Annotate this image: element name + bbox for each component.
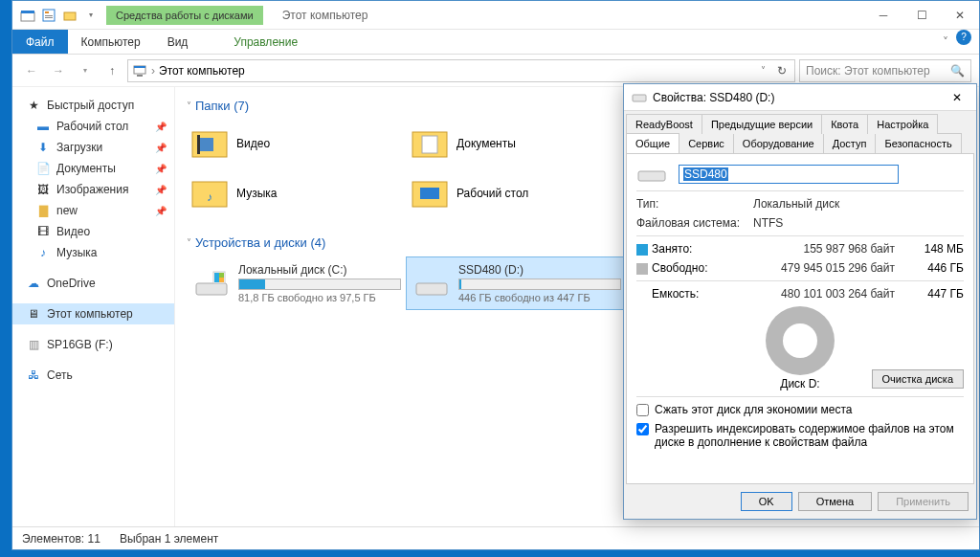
- volume-name-input[interactable]: SSD480: [679, 165, 899, 184]
- tab-manage[interactable]: Управление: [220, 30, 311, 54]
- properties-tabs: ReadyBoost Предыдущие версии Квота Настр…: [624, 111, 976, 153]
- tab-computer[interactable]: Компьютер: [68, 30, 154, 54]
- close-button[interactable]: ✕: [941, 1, 979, 30]
- pin-icon: 📌: [155, 185, 167, 195]
- folder-label: Рабочий стол: [457, 187, 528, 200]
- svg-rect-3: [45, 11, 49, 13]
- drive-name: SSD480 (D:): [458, 263, 621, 277]
- nav-network[interactable]: 🖧Сеть: [12, 365, 174, 386]
- search-placeholder: Поиск: Этот компьютер: [806, 64, 930, 78]
- close-button[interactable]: ✕: [946, 91, 969, 104]
- address-input[interactable]: › Этот компьютер ˅ ↻: [127, 59, 795, 82]
- capacity-donut-chart: [766, 306, 835, 375]
- nav-onedrive[interactable]: ☁OneDrive: [12, 273, 174, 294]
- svg-text:♪: ♪: [207, 190, 212, 204]
- desktop-icon: ▬: [35, 119, 51, 134]
- documents-icon: 📄: [35, 161, 51, 176]
- free-human: 446 ГБ: [906, 261, 964, 275]
- folder-videos[interactable]: Видео: [187, 121, 407, 167]
- minimize-button[interactable]: ─: [864, 1, 902, 30]
- tab-security[interactable]: Безопасность: [875, 133, 961, 153]
- app-icon: [20, 8, 35, 23]
- nav-music[interactable]: ♪Музыка: [12, 242, 174, 263]
- drive-c[interactable]: Локальный диск (C:) 81,8 ГБ свободно из …: [187, 257, 407, 309]
- nav-documents[interactable]: 📄Документы📌: [12, 158, 174, 179]
- search-input[interactable]: Поиск: Этот компьютер 🔍: [799, 59, 971, 82]
- addressbar: ← → ▾ ↑ › Этот компьютер ˅ ↻ Поиск: Этот…: [12, 55, 979, 87]
- nav-forward-button[interactable]: →: [47, 59, 70, 82]
- nav-downloads[interactable]: ⬇Загрузки📌: [12, 137, 174, 158]
- nav-videos[interactable]: 🎞Видео: [12, 221, 174, 242]
- tab-access[interactable]: Доступ: [823, 133, 877, 153]
- tab-settings[interactable]: Настройка: [867, 114, 938, 134]
- svg-rect-22: [196, 283, 227, 295]
- ribbon-expand-button[interactable]: ˅: [935, 30, 956, 54]
- drive-icon: [632, 92, 647, 103]
- index-checkbox[interactable]: Разрешить индексировать содержимое файло…: [636, 422, 964, 449]
- used-swatch: [636, 244, 648, 256]
- videos-icon: 🎞: [35, 224, 51, 239]
- tab-general[interactable]: Общие: [626, 133, 679, 153]
- properties-general-panel: SSD480 Тип:Локальный диск Файловая систе…: [626, 153, 974, 484]
- tab-previous-versions[interactable]: Предыдущие версии: [702, 114, 822, 134]
- nav-recent-dropdown[interactable]: ▾: [74, 59, 97, 82]
- status-selection: Выбран 1 элемент: [120, 532, 218, 546]
- pin-icon: 📌: [155, 122, 167, 132]
- tab-file[interactable]: Файл: [12, 30, 68, 54]
- svg-rect-21: [420, 188, 439, 199]
- tab-readyboost[interactable]: ReadyBoost: [626, 114, 702, 134]
- folder-music[interactable]: ♪ Музыка: [187, 170, 407, 216]
- svg-rect-5: [45, 17, 53, 18]
- pictures-icon: 🖼: [35, 182, 51, 197]
- downloads-icon: ⬇: [35, 140, 51, 155]
- ribbon-tabs: Файл Компьютер Вид Управление ˅ ?: [12, 30, 979, 55]
- nav-new-folder[interactable]: ▇new📌: [12, 200, 174, 221]
- help-icon[interactable]: ?: [956, 30, 971, 45]
- filesystem-value: NTFS: [753, 216, 783, 230]
- properties-icon[interactable]: [41, 8, 56, 23]
- drive-free-text: 81,8 ГБ свободно из 97,5 ГБ: [238, 292, 401, 303]
- tab-view[interactable]: Вид: [154, 30, 202, 54]
- disk-cleanup-button[interactable]: Очистка диска: [872, 369, 964, 389]
- maximize-button[interactable]: ☐: [902, 1, 941, 30]
- tab-quota[interactable]: Квота: [821, 114, 868, 134]
- svg-rect-0: [21, 12, 34, 21]
- folder-label: Музыка: [236, 187, 277, 200]
- folder-documents[interactable]: Документы: [407, 121, 627, 167]
- properties-title: Свойства: SSD480 (D:): [653, 91, 940, 104]
- pin-icon: 📌: [155, 206, 167, 216]
- svg-rect-27: [219, 278, 224, 282]
- svg-rect-30: [633, 95, 646, 101]
- nav-desktop[interactable]: ▬Рабочий стол📌: [12, 116, 174, 137]
- nav-up-button[interactable]: ↑: [100, 59, 123, 82]
- used-human: 148 МБ: [906, 242, 964, 256]
- svg-rect-28: [416, 283, 447, 295]
- tab-service[interactable]: Сервис: [679, 133, 734, 153]
- drive-capacity-bar: [238, 278, 401, 290]
- nav-pictures[interactable]: 🖼Изображения📌: [12, 179, 174, 200]
- refresh-icon[interactable]: ↻: [773, 64, 791, 78]
- drive-d[interactable]: SSD480 (D:) 446 ГБ свободно из 447 ГБ: [407, 257, 627, 309]
- nav-quick-access[interactable]: ★Быстрый доступ: [12, 95, 174, 116]
- cancel-button[interactable]: Отмена: [798, 492, 872, 511]
- qat-dropdown-icon[interactable]: ▾: [83, 8, 99, 23]
- folder-label: Видео: [236, 137, 270, 150]
- free-label: Свободно:: [652, 261, 708, 275]
- nav-sp16gb[interactable]: ▥SP16GB (F:): [12, 334, 174, 355]
- properties-titlebar[interactable]: Свойства: SSD480 (D:) ✕: [624, 84, 976, 111]
- svg-rect-26: [214, 278, 219, 282]
- star-icon: ★: [26, 98, 41, 113]
- folder-desktop[interactable]: Рабочий стол: [407, 170, 627, 216]
- nav-back-button[interactable]: ←: [20, 59, 43, 82]
- pin-icon: 📌: [155, 164, 167, 174]
- new-folder-icon[interactable]: [62, 8, 78, 23]
- nav-thispc[interactable]: 🖥Этот компьютер: [12, 303, 174, 324]
- address-dropdown-icon[interactable]: ˅: [757, 65, 769, 76]
- apply-button[interactable]: Применить: [878, 492, 969, 511]
- address-path: Этот компьютер: [159, 64, 245, 78]
- properties-buttons: OK Отмена Применить: [624, 484, 976, 519]
- compress-checkbox[interactable]: Сжать этот диск для экономии места: [636, 403, 964, 416]
- thispc-icon: 🖥: [26, 306, 41, 322]
- ok-button[interactable]: OK: [741, 492, 792, 511]
- tab-hardware[interactable]: Оборудование: [733, 133, 824, 153]
